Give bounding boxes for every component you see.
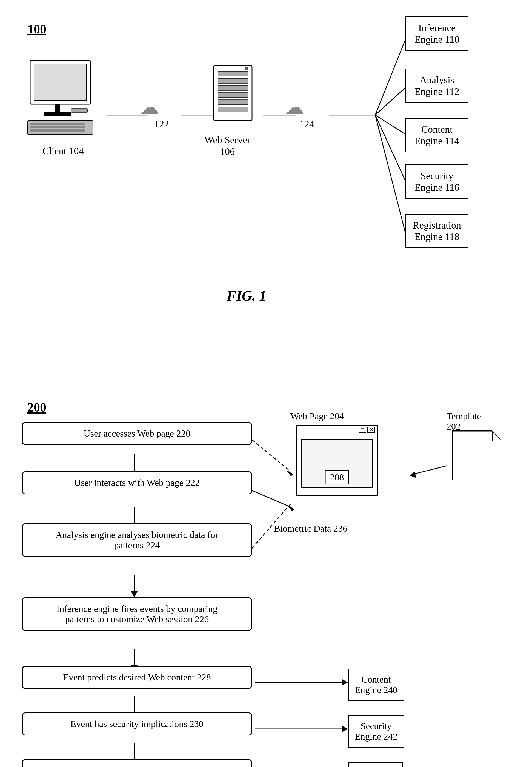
svg-rect-10 — [34, 64, 87, 100]
step232-label: Event indicates help is needed 232 — [72, 765, 201, 767]
step228-box: Event predicts desired Web content 228 — [22, 666, 252, 689]
template-icon — [452, 430, 501, 480]
template-label: Template202 — [447, 411, 481, 432]
step224-box: Analysis engine analyses biometric data … — [22, 523, 252, 557]
svg-rect-16 — [30, 129, 85, 132]
helpdesk-244: Help Desk244 — [348, 762, 403, 767]
svg-line-8 — [375, 115, 405, 233]
fig2-diagram: 200 — [0, 389, 532, 767]
content-engine-240: ContentEngine 240 — [348, 669, 404, 701]
step222-label: User interacts with Web page 222 — [74, 478, 200, 488]
svg-line-6 — [375, 115, 405, 134]
svg-marker-41 — [287, 505, 294, 511]
svg-rect-15 — [30, 126, 85, 128]
svg-rect-23 — [218, 100, 248, 105]
svg-rect-14 — [30, 123, 85, 125]
fig1-number: 100 — [27, 22, 46, 36]
svg-rect-12 — [44, 112, 71, 116]
security-engine-242: SecurityEngine 242 — [348, 715, 404, 748]
step226-box: Inference engine fires events by compari… — [22, 597, 252, 631]
biometric-label: Biometric Data 236 — [274, 523, 347, 534]
step228-label: Event predicts desired Web content 228 — [63, 672, 211, 682]
webpage-label: Web Page 204 — [290, 411, 344, 421]
content-engine-box: ContentEngine 114 — [405, 118, 468, 152]
svg-line-40 — [252, 491, 290, 507]
cloud1-label: 122 — [148, 118, 175, 130]
analysis-engine-box: AnalysisEngine 112 — [405, 69, 468, 103]
svg-line-5 — [375, 88, 405, 115]
step220-label: User accesses Web page 220 — [84, 428, 190, 438]
webpage-item-label: 208 — [325, 470, 349, 484]
svg-line-4 — [375, 40, 405, 115]
step224-label: Analysis engine analyses biometric data … — [56, 530, 218, 550]
svg-marker-47 — [342, 726, 348, 732]
svg-marker-45 — [342, 679, 348, 686]
svg-rect-24 — [218, 107, 248, 112]
registration-engine-box: RegistrationEngine 118 — [405, 214, 468, 248]
client-icon — [22, 55, 104, 144]
fig2-number: 200 — [27, 400, 46, 415]
svg-line-50 — [414, 466, 447, 474]
step222-box: User interacts with Web page 222 — [22, 471, 252, 494]
svg-marker-31 — [131, 591, 138, 597]
svg-line-38 — [252, 440, 290, 471]
svg-rect-20 — [218, 78, 248, 83]
inference-engine-box: InferenceEngine 110 — [405, 16, 468, 51]
step226-label: Inference engine fires events by compari… — [56, 604, 218, 624]
step220-box: User accesses Web page 220 — [22, 422, 252, 445]
webserver-icon — [208, 63, 258, 130]
client-label: Client 104 — [25, 145, 101, 157]
cloud2-label: 124 — [293, 118, 321, 130]
svg-line-7 — [375, 115, 405, 181]
webserver-label: Web Server106 — [200, 134, 255, 157]
svg-rect-19 — [218, 71, 248, 76]
svg-rect-22 — [218, 93, 248, 98]
svg-marker-51 — [410, 471, 416, 478]
step232-box: Event indicates help is needed 232 — [22, 759, 252, 767]
security-engine-box: SecurityEngine 116 — [405, 164, 468, 199]
step230-label: Event has security implications 230 — [70, 719, 203, 729]
webpage-icon: □ ✕ 208 — [296, 425, 378, 496]
cloud2-icon: ☁ — [285, 96, 304, 118]
step230-box: Event has security implications 230 — [22, 712, 252, 735]
svg-rect-17 — [71, 109, 88, 112]
svg-rect-11 — [55, 104, 60, 112]
svg-point-25 — [245, 67, 248, 70]
svg-marker-52 — [453, 431, 502, 480]
svg-rect-21 — [218, 85, 248, 90]
cloud1-icon: ☁ — [140, 96, 159, 118]
svg-marker-39 — [286, 470, 293, 476]
fig1-label: FIG. 1 — [164, 288, 329, 304]
fig1-diagram: 100 — [0, 0, 532, 378]
